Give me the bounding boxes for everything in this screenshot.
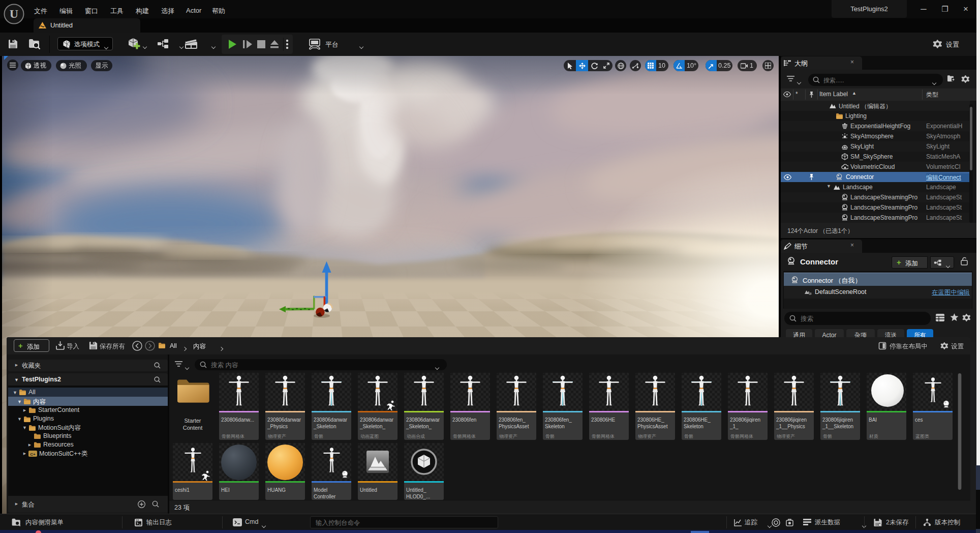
svg-text:C+: C+: [30, 452, 36, 457]
svg-text:U: U: [10, 7, 18, 20]
